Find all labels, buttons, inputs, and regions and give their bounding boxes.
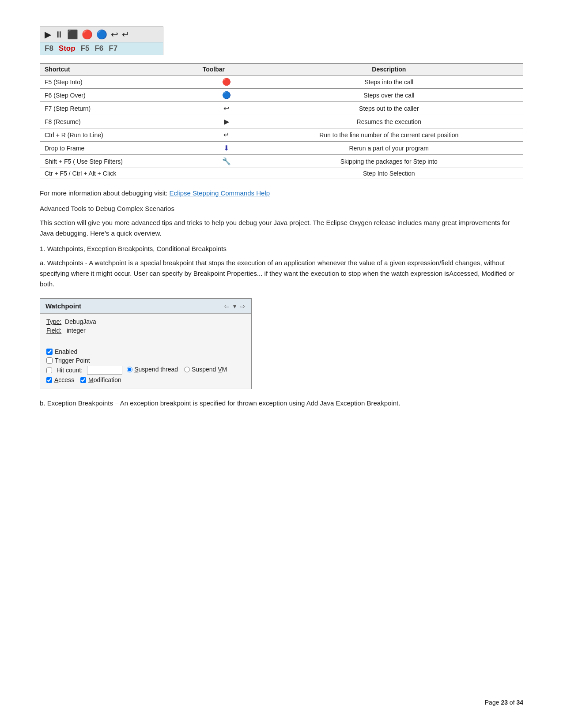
eclipse-help-link[interactable]: Eclipse Stepping Commands Help [170, 189, 270, 197]
table-header-shortcut: Shortcut [40, 64, 198, 75]
enabled-checkbox-row: Enabled [46, 348, 245, 355]
shortcut-cell: Ctr + F5 / Ctrl + Alt + Click [40, 168, 198, 179]
trigger-checkbox[interactable] [46, 357, 53, 364]
field-label: Field: [46, 327, 61, 334]
watchpoint-type-field: Type: DebugJava [46, 318, 245, 325]
shortcut-cell: F6 (Step Over) [40, 89, 198, 102]
watchpoint-field-field: Field: integer [46, 327, 245, 334]
footer-page-number: 23 [501, 699, 508, 706]
footer-page-label: Page [485, 699, 501, 706]
shortcut-table: Shortcut Toolbar Description F5 (Step In… [40, 63, 523, 179]
table-row: Ctrl + R (Run to Line) ↵ Run to the line… [40, 128, 523, 142]
toolbar-labels-row: F8 Stop F5 F6 F7 [40, 42, 163, 55]
suspend-vm-radio-item: Suspend VM [184, 366, 227, 373]
table-row: F7 (Step Return) ↩ Steps out to the call… [40, 102, 523, 115]
table-row: F8 (Resume) ▶ Resumes the execution [40, 115, 523, 128]
watchpoint-body: Type: DebugJava Field: integer Enabled T… [40, 314, 251, 389]
suspend-radio-row: Suspend thread Suspend VM [127, 366, 227, 373]
toolbar-icon-cell: ▶ [198, 115, 255, 128]
toolbar-image-area: ▶ ⏸ ⬛ 🔴 🔵 ↩ ↵ F8 Stop F5 F6 F7 [40, 26, 523, 55]
table-row: F5 (Step Into) 🔴 Steps into the call [40, 75, 523, 89]
toolbar-f8-label: F8 [45, 44, 53, 53]
access-label: Access [54, 376, 74, 383]
toolbar-f5-label: F5 [81, 44, 90, 53]
table-header-toolbar: Toolbar [198, 64, 255, 75]
suspend-thread-label: Suspend thread [134, 366, 178, 373]
numbered-item-1: 1. Watchpoints, Exception Breakpoints, C… [40, 245, 523, 252]
toolbar-icon-cell: 🔴 [198, 75, 255, 89]
step-into-icon: 🔴 [82, 29, 93, 40]
enabled-checkbox[interactable] [46, 349, 53, 355]
table-row: Drop to Frame ⬇ Rerun a part of your pro… [40, 142, 523, 155]
table-row: Ctr + F5 / Ctrl + Alt + Click Step Into … [40, 168, 523, 179]
suspend-thread-radio[interactable] [127, 367, 132, 372]
toolbar-icon-cell: ↵ [198, 128, 255, 142]
description-cell: Resumes the execution [255, 115, 523, 128]
hit-count-checkbox[interactable] [46, 368, 52, 373]
toolbar-icon-cell [198, 168, 255, 179]
advanced-tools-heading: Advanced Tools to Debug Complex Scenario… [40, 205, 523, 212]
more-info-paragraph: For more information about debugging vis… [40, 188, 523, 199]
step-over-icon: 🔵 [96, 29, 107, 40]
description-cell: Steps over the call [255, 89, 523, 102]
hit-count-label: Hit count: [57, 367, 83, 374]
run-to-line-icon: ↵ [122, 29, 129, 40]
toolbar-icon-cell: ⬇ [198, 142, 255, 155]
hit-count-input[interactable] [87, 366, 122, 375]
toolbar-stop-label: Stop [59, 44, 76, 53]
toolbar-icons-row: ▶ ⏸ ⬛ 🔴 🔵 ↩ ↵ [40, 26, 163, 42]
watchpoint-panel: Watchpoint ⇦ ▾ ⇨ Type: DebugJava Field: … [40, 298, 252, 389]
description-cell: Run to the line number of the current ca… [255, 128, 523, 142]
field-value: integer [67, 327, 86, 334]
suspend-vm-label: Suspend VM [192, 366, 227, 373]
suspend-vm-radio[interactable] [184, 367, 190, 372]
pause-icon: ⏸ [55, 30, 64, 40]
shortcut-cell: F5 (Step Into) [40, 75, 198, 89]
intro-paragraph: This section will give you more advanced… [40, 218, 523, 239]
modification-label: Modification [88, 376, 121, 383]
stop-icon: ⬛ [67, 29, 78, 40]
step-return-icon: ↩ [111, 29, 118, 40]
trigger-label: Trigger Point [55, 357, 90, 364]
toolbar-f7-label: F7 [109, 44, 117, 53]
table-header-description: Description [255, 64, 523, 75]
description-cell: Skipping the packages for Step into [255, 155, 523, 168]
shortcut-cell: F7 (Step Return) [40, 102, 198, 115]
more-info-text: For more information about debugging vis… [40, 189, 170, 197]
description-cell: Steps out to the caller [255, 102, 523, 115]
type-label: Type: [46, 318, 61, 325]
type-value: DebugJava [65, 318, 96, 325]
trigger-checkbox-row: Trigger Point [46, 357, 245, 364]
table-row: Shift + F5 ( Use Step Filters) 🔧 Skippin… [40, 155, 523, 168]
access-checkbox[interactable] [46, 377, 52, 383]
toolbar-icon-cell: ↩ [198, 102, 255, 115]
shortcut-cell: Drop to Frame [40, 142, 198, 155]
description-cell: Rerun a part of your program [255, 142, 523, 155]
toolbar-icon-cell: 🔵 [198, 89, 255, 102]
watchpoint-header: Watchpoint ⇦ ▾ ⇨ [40, 299, 251, 314]
hit-count-row: Hit count: Suspend thread Suspend VM [46, 366, 245, 375]
shortcut-cell: Shift + F5 ( Use Step Filters) [40, 155, 198, 168]
table-row: F6 (Step Over) 🔵 Steps over the call [40, 89, 523, 102]
shortcut-cell: F8 (Resume) [40, 115, 198, 128]
enabled-label: Enabled [55, 348, 77, 355]
modification-checkbox[interactable] [80, 377, 86, 383]
watchpoint-nav-icons: ⇦ ▾ ⇨ [224, 303, 246, 310]
sub-item-b-text: b. Exception Breakpoints – An exception … [40, 398, 523, 409]
toolbar-f6-label: F6 [94, 44, 103, 53]
description-cell: Step Into Selection [255, 168, 523, 179]
footer-total-pages: 34 [516, 699, 523, 706]
sub-item-a-text: a. Watchpoints - A watchpoint is a speci… [40, 258, 523, 289]
suspend-thread-radio-item: Suspend thread [127, 366, 178, 373]
page-footer: Page 23 of 34 [485, 699, 523, 706]
footer-of-text: of [508, 699, 516, 706]
access-modification-row: Access Modification [46, 376, 245, 383]
shortcut-cell: Ctrl + R (Run to Line) [40, 128, 198, 142]
description-cell: Steps into the call [255, 75, 523, 89]
resume-icon: ▶ [45, 29, 51, 40]
watchpoint-title: Watchpoint [45, 302, 81, 310]
toolbar-icon-cell: 🔧 [198, 155, 255, 168]
watchpoint-separator [46, 338, 245, 345]
